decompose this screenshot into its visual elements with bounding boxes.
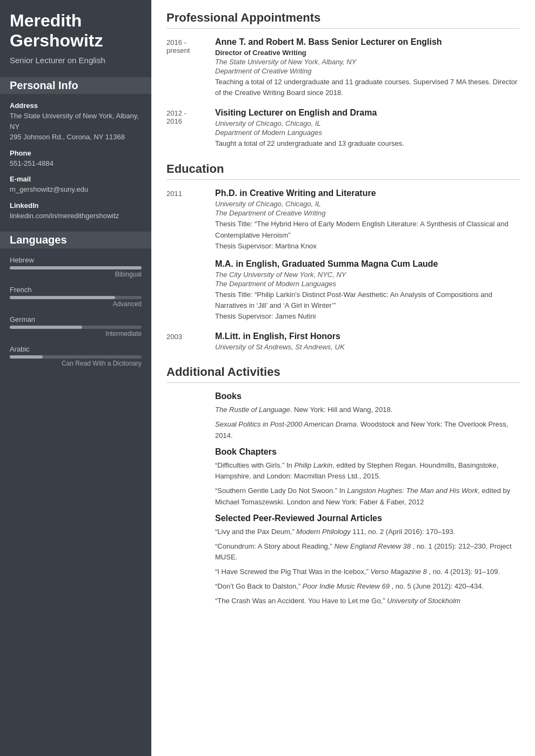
appointment-date-2: 2012 -2016: [166, 108, 215, 149]
education-degree-3: M.Litt. in English, First Honors: [215, 332, 520, 341]
lang-bar-fill-1: [10, 296, 115, 299]
address-value: The State University of New York, Albany…: [10, 111, 142, 143]
appointment-dept-2: Department of Modern Languages: [215, 129, 520, 137]
education-content-1: Ph.D. in Creative Writing and Literature…: [215, 188, 520, 322]
appointment-entry-1: 2016 -present Anne T. and Robert M. Bass…: [166, 37, 520, 98]
linkedin-value: linkedin.com/in/meredithgershowitz: [10, 211, 142, 221]
email-label: E-mail: [10, 175, 142, 183]
professional-appointments-title: Professional Appointments: [166, 11, 520, 29]
lang-bar-bg-1: [10, 296, 142, 299]
education-dept-1: The Department of Creative Writing: [215, 209, 520, 217]
book-1: The Rustle of Language. New York: Hill a…: [215, 404, 520, 416]
professional-appointments-section: Professional Appointments 2016 -present …: [166, 11, 520, 149]
sidebar: Meredith Gershowitz Senior Lecturer on E…: [0, 0, 151, 756]
education-dept-2: The Department of Modern Languages: [215, 280, 520, 288]
education-content-3: M.Litt. in English, First Honors Univers…: [215, 332, 520, 352]
journal-article-3: “I Have Screwed the Pig That Was in the …: [215, 566, 520, 578]
full-name: Meredith Gershowitz: [10, 11, 142, 51]
appointment-institution-2: University of Chicago, Chicago, IL: [215, 119, 520, 127]
address-label: Address: [10, 102, 142, 110]
languages-container: Hebrew Bibingual French Advanced German …: [10, 256, 142, 367]
appointment-subtitle-1: Director of Creative Writing: [215, 49, 520, 57]
lang-bar-bg-0: [10, 266, 142, 269]
additional-activities-content: Books The Rustle of Language. New York: …: [215, 392, 520, 606]
book-chapters-title: Book Chapters: [215, 447, 520, 457]
appointment-entry-2: 2012 -2016 Visiting Lecturer on English …: [166, 108, 520, 149]
appointment-title-2: Visiting Lecturer on English and Drama: [215, 108, 520, 118]
lang-level-3: Can Read With a Dictionary: [10, 360, 142, 367]
education-inst-3: University of St Andrews, St Andrews, UK: [215, 343, 520, 351]
education-inst-1: University of Chicago, Chicago, IL: [215, 200, 520, 208]
journal-article-1: “Livy and the Pax Deum,” Modern Philolog…: [215, 526, 520, 538]
appointment-institution-1: The State University of New York, Albany…: [215, 58, 520, 66]
book-2: Sexual Politics in Post-2000 American Dr…: [215, 419, 520, 442]
lang-name-2: German: [10, 315, 142, 323]
email-value: m_gershowitz@suny.edu: [10, 184, 142, 195]
book-chapter-1: “Difficulties with Girls.” In Philip Lar…: [215, 460, 520, 483]
lang-bar-bg-2: [10, 326, 142, 329]
personal-info-heading: Personal Info: [0, 77, 151, 94]
linkedin-label: LinkedIn: [10, 201, 142, 210]
education-inst-2: The City University of New York, NYC, NY: [215, 271, 520, 279]
lang-name-3: Arabic: [10, 345, 142, 353]
lang-name-1: French: [10, 286, 142, 294]
main-content: Professional Appointments 2016 -present …: [151, 0, 535, 756]
lang-name-0: Hebrew: [10, 256, 142, 264]
phone-label: Phone: [10, 149, 142, 157]
lang-bar-fill-2: [10, 326, 82, 329]
appointment-content-2: Visiting Lecturer on English and Drama U…: [215, 108, 520, 149]
education-entry-3: 2003 M.Litt. in English, First Honors Un…: [166, 332, 520, 352]
job-title: Senior Lecturer on English: [10, 55, 142, 66]
education-entry-1: 2011 Ph.D. in Creative Writing and Liter…: [166, 188, 520, 322]
journal-articles-title: Selected Peer-Reviewed Journal Articles: [215, 514, 520, 523]
journal-article-4: “Don’t Go Back to Dalston,” Poor Indie M…: [215, 581, 520, 592]
appointment-content-1: Anne T. and Robert M. Bass Senior Lectur…: [215, 37, 520, 98]
language-item-0: Hebrew Bibingual: [10, 256, 142, 278]
language-item-1: French Advanced: [10, 286, 142, 308]
book-chapter-2: “Southern Gentle Lady Do Not Swoon.” In …: [215, 485, 520, 508]
lang-bar-fill-0: [10, 266, 142, 269]
books-title: Books: [215, 392, 520, 401]
education-supervisor-2: Thesis Supervisor: James Nutini: [215, 311, 520, 322]
appointment-body-2: Taught a total of 22 undergraduate and 1…: [215, 138, 520, 149]
journal-article-5: “The Crash Was an Accident. You Have to …: [215, 596, 520, 607]
education-title: Education: [166, 162, 520, 180]
lang-level-1: Advanced: [10, 300, 142, 308]
education-supervisor-1: Thesis Supervisor: Martina Knox: [215, 241, 520, 252]
education-degree-2: M.A. in English, Graduated Summa Magna C…: [215, 259, 520, 269]
appointment-title-1: Anne T. and Robert M. Bass Senior Lectur…: [215, 37, 520, 47]
education-date-3: 2003: [166, 332, 215, 352]
appointment-body-1: Teaching a total of 12 undergraduate and…: [215, 77, 520, 98]
education-thesis-2: Thesis Title: “Philip Larkin’s Distinct …: [215, 289, 520, 311]
appointment-dept-1: Department of Creative Writing: [215, 67, 520, 75]
education-section: Education 2011 Ph.D. in Creative Writing…: [166, 162, 520, 352]
journal-article-2: “Conundrum: A Story about Reading,” New …: [215, 541, 520, 564]
education-degree-1: Ph.D. in Creative Writing and Literature: [215, 188, 520, 198]
lang-level-0: Bibingual: [10, 271, 142, 278]
languages-heading: Languages: [0, 232, 151, 248]
phone-value: 551-251-4884: [10, 158, 142, 169]
lang-bar-fill-3: [10, 355, 43, 359]
appointment-date-1: 2016 -present: [166, 37, 215, 98]
education-date-1: 2011: [166, 188, 215, 322]
additional-activities-title: Additional Activities: [166, 365, 520, 383]
language-item-2: German Intermediate: [10, 315, 142, 338]
lang-bar-bg-3: [10, 355, 142, 359]
language-item-3: Arabic Can Read With a Dictionary: [10, 345, 142, 367]
lang-level-2: Intermediate: [10, 330, 142, 338]
education-thesis-1: Thesis Title: “The Hybrid Hero of Early …: [215, 219, 520, 240]
additional-activities-section: Additional Activities Books The Rustle o…: [166, 365, 520, 606]
